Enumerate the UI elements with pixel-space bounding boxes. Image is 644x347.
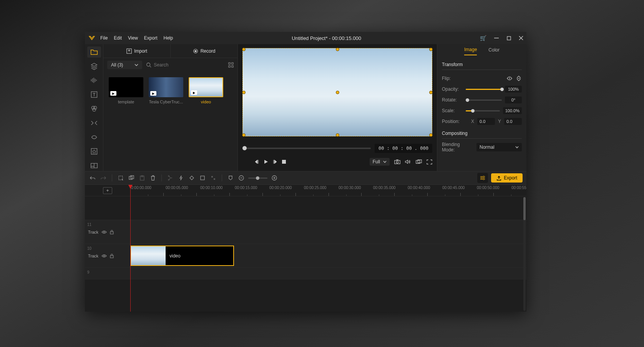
copy-icon[interactable] <box>128 174 135 182</box>
opacity-label: Opacity: <box>442 86 463 92</box>
track-row: 9 <box>85 268 526 279</box>
add-track-button[interactable]: + <box>103 187 112 194</box>
media-item[interactable]: ▶ video <box>189 77 223 104</box>
speed-icon[interactable] <box>177 174 185 182</box>
track-visibility-icon[interactable] <box>101 230 107 234</box>
svg-point-50 <box>481 177 482 178</box>
paste-icon[interactable] <box>138 174 146 182</box>
track-content[interactable] <box>130 220 526 244</box>
rotate-slider[interactable] <box>466 100 502 101</box>
split-icon[interactable] <box>166 174 174 182</box>
sidebar-layers-icon[interactable] <box>87 61 101 72</box>
menu-help[interactable]: Help <box>164 35 173 41</box>
transform-handle-icon[interactable] <box>429 48 433 51</box>
transform-handle-icon[interactable] <box>336 48 339 51</box>
main-menu: File Edit View Export Help <box>100 35 173 41</box>
opacity-slider[interactable] <box>466 89 502 90</box>
media-search-input[interactable] <box>154 62 184 68</box>
stop-button[interactable] <box>282 159 286 164</box>
crop-icon[interactable] <box>199 174 206 182</box>
grid-view-icon[interactable] <box>228 62 234 68</box>
media-filter-dropdown[interactable]: All (3) <box>107 61 142 69</box>
record-button[interactable]: Record <box>170 44 237 58</box>
scale-value[interactable]: 100.0% <box>503 107 522 114</box>
minimize-button[interactable] <box>494 36 499 40</box>
export-button[interactable]: Export <box>491 173 523 183</box>
redo-icon[interactable] <box>100 174 107 182</box>
track-content[interactable]: video <box>130 244 526 267</box>
shop-icon[interactable]: 🛒 <box>480 35 486 41</box>
sidebar-elements-icon[interactable] <box>87 146 101 157</box>
display-mode-dropdown[interactable]: Full <box>370 158 390 166</box>
transform-handle-icon[interactable] <box>336 91 339 94</box>
playhead[interactable] <box>130 185 131 312</box>
chevron-down-icon <box>134 64 138 66</box>
svg-rect-1 <box>507 37 511 40</box>
import-button[interactable]: Import <box>103 44 170 58</box>
position-y-input[interactable]: 0.0 <box>504 118 522 125</box>
volume-icon[interactable] <box>405 159 411 164</box>
position-x-input[interactable]: 0.0 <box>477 118 495 125</box>
timeline-clip[interactable]: video <box>130 246 234 266</box>
svg-rect-39 <box>211 176 213 178</box>
fullscreen-icon[interactable] <box>427 159 432 164</box>
timeline-ruler[interactable]: 0:00:00.000 00:00:05.000 00:00:10.000 00… <box>130 185 526 196</box>
track-lock-icon[interactable] <box>110 254 114 258</box>
sidebar-split-icon[interactable] <box>87 160 101 171</box>
svg-point-54 <box>103 255 105 257</box>
scale-slider[interactable] <box>466 110 500 111</box>
flip-vertical-icon[interactable] <box>516 75 522 81</box>
svg-rect-38 <box>201 176 204 180</box>
marker-icon[interactable] <box>227 174 234 182</box>
timeline-vertical-scrollbar[interactable] <box>523 197 526 311</box>
flip-horizontal-icon[interactable] <box>506 75 513 81</box>
menu-edit[interactable]: Edit <box>114 35 122 41</box>
tab-image[interactable]: Image <box>464 47 477 55</box>
undo-icon[interactable] <box>89 174 96 182</box>
transform-handle-icon[interactable] <box>242 48 246 51</box>
step-back-button[interactable] <box>254 159 259 164</box>
preview-viewport[interactable] <box>242 48 432 136</box>
track-visibility-icon[interactable] <box>101 254 107 258</box>
play-button[interactable] <box>263 159 269 164</box>
transform-handle-icon[interactable] <box>242 133 246 137</box>
app-logo-icon <box>88 34 96 42</box>
close-button[interactable] <box>519 36 523 40</box>
sidebar-filters-icon[interactable] <box>87 103 101 115</box>
zoom-out-icon[interactable] <box>237 174 245 182</box>
sidebar-audio-icon[interactable] <box>87 75 101 86</box>
export-settings-button[interactable] <box>477 173 488 183</box>
opacity-value[interactable]: 100% <box>505 86 522 93</box>
media-item[interactable]: ▶ Tesla CyberTruc... <box>149 77 183 104</box>
transform-handle-icon[interactable] <box>429 91 433 94</box>
snapshot-icon[interactable] <box>394 159 400 164</box>
rotate-value[interactable]: 0° <box>505 96 522 103</box>
select-tool-icon[interactable] <box>117 174 124 182</box>
sidebar-text-icon[interactable] <box>87 89 101 100</box>
menu-export[interactable]: Export <box>144 35 158 41</box>
tab-color[interactable]: Color <box>488 47 500 55</box>
zoom-in-icon[interactable] <box>271 174 278 182</box>
menu-view[interactable]: View <box>128 35 138 41</box>
detach-window-icon[interactable] <box>416 159 422 164</box>
maximize-button[interactable] <box>506 36 511 40</box>
mosaic-icon[interactable] <box>209 174 217 182</box>
transform-handle-icon[interactable] <box>429 133 433 137</box>
section-compositing: Compositing <box>442 127 522 139</box>
preview-scrubber[interactable] <box>242 148 371 149</box>
sidebar-motion-icon[interactable] <box>87 131 101 143</box>
step-forward-button[interactable] <box>272 159 278 164</box>
transform-handle-icon[interactable] <box>336 133 339 137</box>
track-lock-icon[interactable] <box>110 230 114 234</box>
media-item[interactable]: ▶ template <box>109 77 143 104</box>
sidebar-transitions-icon[interactable] <box>87 117 101 128</box>
sidebar-media-icon[interactable] <box>87 46 101 58</box>
blending-mode-dropdown[interactable]: Normal <box>476 143 522 151</box>
keyframe-icon[interactable] <box>188 174 196 182</box>
video-editor-window: File Edit View Export Help Untitled Proj… <box>85 32 526 312</box>
zoom-slider[interactable] <box>248 178 267 179</box>
svg-point-19 <box>194 50 196 52</box>
menu-file[interactable]: File <box>100 35 108 41</box>
transform-handle-icon[interactable] <box>242 91 246 94</box>
delete-icon[interactable] <box>149 174 157 182</box>
